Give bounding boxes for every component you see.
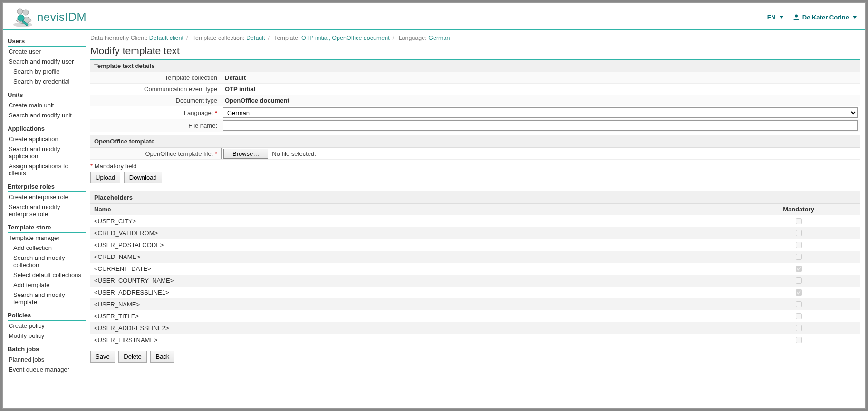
sidebar-item[interactable]: Create application [8, 134, 86, 144]
sidebar-group-title: Batch jobs [8, 344, 86, 354]
sidebar-item[interactable]: Search by credential [8, 76, 86, 86]
sidebar-item[interactable]: Create user [8, 47, 86, 57]
table-row: <CRED_NAME> [90, 251, 860, 263]
svg-point-5 [795, 15, 798, 18]
sidebar-group-title: Units [8, 89, 86, 100]
breadcrumb-link[interactable]: Default [246, 35, 265, 41]
page-title: Modify template text [90, 45, 860, 57]
breadcrumb-separator: / [265, 35, 272, 41]
chevron-down-icon [780, 16, 783, 19]
table-row: <USER_TITLE> [90, 310, 860, 322]
placeholder-name: <USER_FIRSTNAME> [90, 334, 737, 346]
sidebar-item[interactable]: Modify policy [8, 331, 86, 341]
table-row: <USER_COUNTRY_NAME> [90, 275, 860, 287]
placeholder-name: <CRED_VALIDFROM> [90, 227, 737, 239]
table-row: <USER_POSTALCODE> [90, 239, 860, 251]
label-oo-file: OpenOffice template file: * [90, 148, 221, 159]
sidebar-item[interactable]: Search and modify unit [8, 110, 86, 120]
language-label: EN [767, 14, 776, 21]
mandatory-checkbox [796, 289, 802, 296]
label-language: Language: * [90, 107, 221, 118]
value-template-collection: Default [221, 72, 860, 83]
breadcrumb-separator: / [183, 35, 191, 41]
label-template-collection: Template collection [90, 72, 221, 83]
sidebar-item[interactable]: Event queue manager [8, 364, 86, 374]
table-row: <USER_NAME> [90, 298, 860, 310]
required-marker: * [215, 109, 217, 116]
sidebar-item[interactable]: Assign applications to clients [8, 161, 86, 178]
placeholder-name: <CURRENT_DATE> [90, 263, 737, 275]
sidebar-group-title: Enterprise roles [8, 181, 86, 192]
sidebar-item[interactable]: Add collection [8, 243, 86, 253]
placeholder-name: <USER_POSTALCODE> [90, 239, 737, 251]
app-logo-icon [11, 7, 34, 28]
col-name: Name [90, 204, 737, 215]
table-row: <USER_CITY> [90, 215, 860, 228]
user-name: De Kater Corine [802, 14, 849, 21]
section-details-header: Template text details [90, 59, 860, 72]
svg-point-2 [23, 10, 29, 15]
breadcrumb-label: Language: [397, 35, 428, 41]
col-mandatory: Mandatory [737, 204, 860, 215]
placeholder-name: <USER_ADDRESSLINE2> [90, 322, 737, 334]
sidebar: UsersCreate userSearch and modify userSe… [3, 30, 87, 379]
sidebar-item[interactable]: Search and modify template [8, 290, 86, 307]
sidebar-item[interactable]: Search and modify collection [8, 253, 86, 270]
upload-button[interactable]: Upload [90, 172, 120, 183]
placeholder-name: <USER_TITLE> [90, 310, 737, 322]
table-row: <CURRENT_DATE> [90, 263, 860, 275]
user-menu[interactable]: De Kater Corine [793, 14, 857, 21]
sidebar-item[interactable]: Create enterprise role [8, 192, 86, 202]
sidebar-item[interactable]: Select default collections [8, 270, 86, 280]
sidebar-item[interactable]: Search and modify user [8, 57, 86, 67]
breadcrumb-label: Template collection: [191, 35, 246, 41]
breadcrumb: Data hierarchy Client: Default client/ T… [90, 33, 860, 44]
mandatory-checkbox [796, 277, 802, 284]
section-oo-header: OpenOffice template [90, 135, 860, 148]
placeholder-name: <USER_ADDRESSLINE1> [90, 287, 737, 298]
placeholder-name: <USER_NAME> [90, 298, 737, 310]
placeholder-name: <CRED_NAME> [90, 251, 737, 263]
mandatory-checkbox [796, 325, 802, 331]
mandatory-checkbox [796, 266, 802, 272]
mandatory-checkbox [796, 301, 802, 307]
label-file-name: File name: [90, 120, 221, 131]
back-button[interactable]: Back [150, 351, 174, 363]
sidebar-item[interactable]: Planned jobs [8, 354, 86, 364]
delete-button[interactable]: Delete [118, 351, 147, 363]
breadcrumb-label: Client: [131, 35, 149, 41]
language-switcher[interactable]: EN [767, 14, 783, 21]
browse-button[interactable]: Browse… [223, 149, 268, 159]
sidebar-item[interactable]: Create policy [8, 321, 86, 331]
mandatory-checkbox [796, 218, 802, 224]
sidebar-item[interactable]: Search by profile [8, 67, 86, 76]
mandatory-note: * Mandatory field [90, 160, 860, 172]
sidebar-item[interactable]: Create main unit [8, 100, 86, 110]
placeholder-name: <USER_CITY> [90, 215, 737, 228]
file-name-input[interactable] [223, 120, 858, 131]
section-placeholders-header: Placeholders [90, 191, 860, 204]
sidebar-group-title: Template store [8, 222, 86, 233]
mandatory-checkbox [796, 230, 802, 236]
sidebar-group-title: Users [8, 36, 86, 47]
breadcrumb-link[interactable]: German [428, 35, 450, 41]
file-selected-label: No file selected. [272, 150, 316, 157]
sidebar-item[interactable]: Search and modify application [8, 144, 86, 161]
svg-point-1 [17, 9, 23, 14]
breadcrumb-prefix: Data hierarchy [90, 35, 129, 41]
required-marker: * [215, 150, 217, 157]
brand-title: nevisIDM [37, 10, 87, 24]
breadcrumb-label: Template: [272, 35, 301, 41]
table-row: <USER_ADDRESSLINE2> [90, 322, 860, 334]
sidebar-item[interactable]: Add template [8, 280, 86, 290]
download-button[interactable]: Download [124, 172, 162, 183]
language-select[interactable]: German [223, 107, 858, 118]
breadcrumb-link[interactable]: Default client [149, 35, 183, 41]
sidebar-item[interactable]: Search and modify enterprise role [8, 202, 86, 219]
sidebar-item[interactable]: Template manager [8, 233, 86, 243]
save-button[interactable]: Save [90, 351, 115, 363]
table-row: <USER_FIRSTNAME> [90, 334, 860, 346]
breadcrumb-link[interactable]: OTP initial, OpenOffice document [301, 35, 390, 41]
breadcrumb-separator: / [390, 35, 397, 41]
value-document-type: OpenOffice document [221, 95, 860, 106]
